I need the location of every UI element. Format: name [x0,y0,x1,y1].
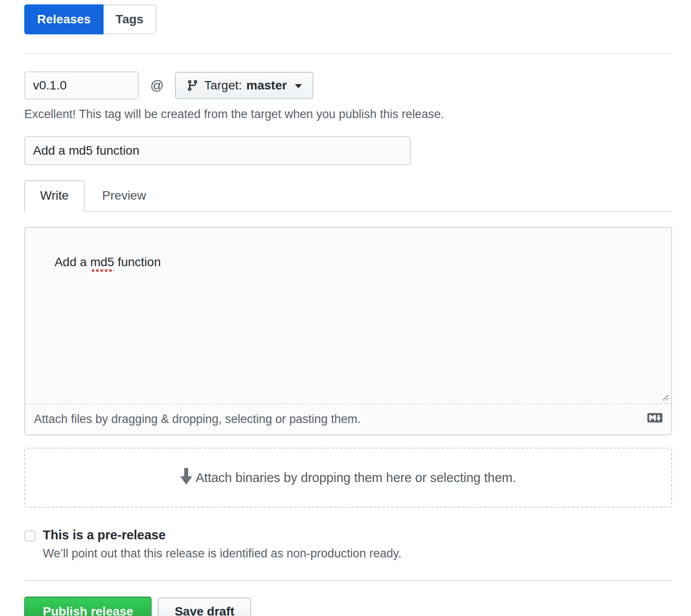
release-title-input[interactable] [24,136,411,165]
tag-name-input[interactable] [24,71,139,100]
attach-files-bar[interactable]: Attach files by dragging & dropping, sel… [25,403,671,434]
resize-handle-icon[interactable] [659,391,669,401]
git-branch-icon [186,79,199,92]
top-divider [24,53,672,54]
subnav-releases-button[interactable]: Releases [24,4,104,34]
new-release-form: Releases Tags @ Target: master Excellent… [24,0,672,616]
tag-target-row: @ Target: master [24,71,672,100]
target-branch-dropdown[interactable]: Target: master [175,72,313,99]
target-label: Target: [204,78,242,93]
release-description-textarea[interactable]: Add a md5 function [25,228,671,403]
prerelease-section: This is a pre-release We’ll point out th… [24,528,672,560]
releases-tags-subnav: Releases Tags [24,4,672,34]
release-description-editor: Add a md5 function Attach files by dragg… [24,227,672,435]
prerelease-label[interactable]: This is a pre-release [43,528,401,542]
down-arrow-icon [180,468,192,488]
caret-down-icon [295,84,302,88]
body-text-misspelled: md5 [90,255,114,272]
body-text: function [114,255,161,269]
dropzone-hint: Attach binaries by dropping them here or… [196,471,516,485]
subnav-tags-button[interactable]: Tags [104,4,156,34]
attach-files-hint: Attach files by dragging & dropping, sel… [34,412,360,426]
bottom-divider [24,580,672,581]
tab-write[interactable]: Write [24,180,85,212]
target-branch-name: master [246,78,287,93]
markdown-icon[interactable] [647,410,662,428]
at-separator: @ [150,78,163,93]
attach-binaries-dropzone[interactable]: Attach binaries by dropping them here or… [24,448,672,508]
prerelease-description: We’ll point out that this release is ide… [43,547,401,560]
save-draft-button[interactable]: Save draft [158,597,251,616]
prerelease-checkbox[interactable] [24,530,36,542]
tab-preview[interactable]: Preview [86,180,162,211]
body-text: Add a [55,255,90,269]
dropzone-content: Attach binaries by dropping them here or… [180,468,516,488]
form-actions: Publish release Save draft [24,597,672,616]
prerelease-texts: This is a pre-release We’ll point out th… [43,528,401,560]
tag-status-text: Excellent! This tag will be created from… [24,108,672,121]
publish-release-button[interactable]: Publish release [24,597,152,616]
editor-tabnav: Write Preview [24,180,672,212]
